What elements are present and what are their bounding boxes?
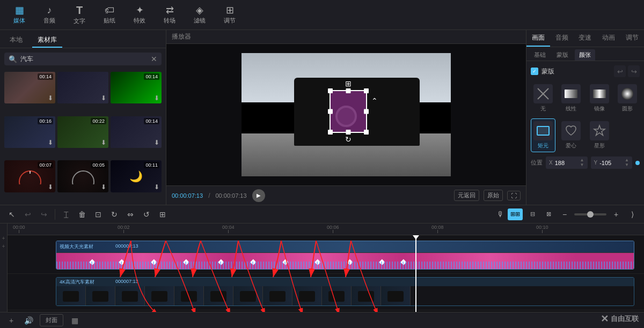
shape-heart[interactable]: 爱心: [559, 118, 583, 152]
tl-more-btn[interactable]: ⟩: [626, 208, 639, 221]
preview-right-controls: 元返回 原始 ⛶: [454, 190, 521, 201]
current-time: 00:00:07:13: [172, 192, 203, 199]
preview-video: ⊞ ⌃ ↻: [241, 53, 451, 176]
media-item[interactable]: 00:14 ⬇: [111, 116, 162, 148]
tl-btn-link[interactable]: ⊟: [526, 208, 539, 221]
svg-point-7: [621, 88, 633, 100]
loop-btn[interactable]: ↻: [108, 208, 121, 221]
split-btn[interactable]: ⌶: [60, 208, 72, 221]
x-spin-down[interactable]: ▼: [580, 163, 584, 167]
toolbar-item-transition[interactable]: ⇄ 转场: [156, 2, 184, 28]
toolbar-item-sticker[interactable]: 🏷 贴纸: [96, 2, 123, 28]
shape-linear[interactable]: 线性: [559, 81, 583, 115]
shape-grid: 无 线性: [531, 81, 640, 152]
grid-icon[interactable]: ▦: [69, 315, 80, 326]
sticker-icon: 🏷: [105, 5, 114, 15]
toolbar-item-media[interactable]: ▦ 媒体: [5, 2, 33, 28]
text-icon: T: [76, 5, 83, 16]
cover-button[interactable]: 封面: [40, 314, 63, 326]
media-item[interactable]: 🌙 00:11 ⬇: [111, 160, 162, 192]
watermark: ✕ 自由互联: [601, 313, 639, 325]
shape-rect[interactable]: 矩元: [531, 118, 555, 152]
mirror-btn[interactable]: ⇔: [124, 208, 137, 221]
toolbar-item-effect[interactable]: ✦ 特效: [126, 2, 153, 28]
svg-marker-10: [594, 125, 605, 136]
tl-btn-split2[interactable]: ⊠: [542, 208, 555, 221]
timeline-main: 00:00 00:02 00:04 00:06 00:08: [8, 223, 644, 312]
fullscreen-btn[interactable]: ⛶: [507, 191, 521, 200]
media-item[interactable]: 00:16 ⬇: [4, 116, 55, 148]
y-spin-down[interactable]: ▼: [625, 163, 629, 167]
y-field[interactable]: Y -105 ▲ ▼: [591, 156, 633, 169]
media-item[interactable]: 00:14 ⬇: [111, 72, 162, 103]
redo-btn[interactable]: ↪: [628, 65, 640, 77]
preview-area: ⊞ ⌃ ↻: [166, 44, 526, 185]
playback-btn[interactable]: 元返回: [454, 190, 479, 201]
subtab-mask[interactable]: 蒙版: [552, 49, 573, 61]
track-top: 视频大天光素材 000007:13: [8, 237, 644, 274]
media-icon: ▦: [15, 5, 24, 15]
rotate-btn[interactable]: ↺: [140, 208, 153, 221]
zoom-in-btn[interactable]: +: [610, 208, 623, 221]
shape-none[interactable]: 无: [531, 81, 555, 115]
subtab-basic[interactable]: 基础: [530, 49, 550, 61]
timeline-tracks: 视频大天光素材 000007:13: [8, 235, 644, 312]
zoom-out-btn[interactable]: −: [558, 208, 571, 221]
media-item[interactable]: 00:07 ⬇: [4, 160, 55, 192]
add-track-icon[interactable]: +: [5, 315, 17, 326]
shape-star[interactable]: 星形: [587, 118, 612, 152]
left-panel: 本地 素材库 🔍 ✕ 00:14 ⬇ ⬇ 00:14 ⬇: [0, 30, 166, 205]
checkbox-mask[interactable]: ✓: [531, 68, 538, 75]
toolbar-item-adjust[interactable]: ⊞ 调节: [216, 2, 244, 28]
tab-adjust[interactable]: 调节: [620, 30, 644, 47]
original-btn[interactable]: 原始: [484, 190, 503, 201]
tl-highlight-btn1[interactable]: ⊞⊞: [508, 208, 523, 220]
media-item[interactable]: 00:05 ⬇: [57, 160, 108, 192]
shape-mirror[interactable]: 镜像: [587, 81, 612, 115]
tab-animation[interactable]: 动画: [597, 30, 620, 47]
bottom-controls: + 🔊 封面 ▦ ✕ 自由互联: [0, 312, 644, 328]
delete-btn[interactable]: 🗑: [76, 208, 89, 221]
search-icon: 🔍: [9, 55, 17, 63]
tab-library[interactable]: 素材库: [32, 33, 62, 48]
right-panel: 画面 音频 变速 动画 调节 基础 蒙版 颜张 ✓ 蒙版 ↩ ↪: [526, 30, 644, 205]
watermark-symbol: ✕: [601, 313, 609, 325]
track-bottom: 4K高清汽车素材 000007:13: [8, 274, 644, 310]
shape-circle[interactable]: 圆形: [615, 81, 640, 115]
mic-icon[interactable]: 🎙: [497, 210, 504, 219]
keyframe-dot[interactable]: [635, 161, 640, 165]
audio-icon: ♪: [47, 5, 52, 15]
search-input[interactable]: [20, 55, 148, 63]
tab-speed[interactable]: 变速: [574, 30, 597, 47]
play-button[interactable]: ▶: [252, 189, 265, 202]
playhead[interactable]: [415, 235, 416, 312]
redo-btn[interactable]: ↪: [38, 208, 50, 221]
crop-btn[interactable]: ⊡: [92, 208, 105, 221]
zoom-slider[interactable]: [574, 213, 606, 215]
search-bar: 🔍 ✕: [4, 53, 162, 65]
undo-btn[interactable]: ↩: [21, 208, 34, 221]
media-grid: 00:14 ⬇ ⬇ 00:14 ⬇ 00:16 ⬇ 00:22 ⬇: [0, 70, 166, 205]
watermark-text: 自由互联: [611, 314, 639, 324]
audio-icon-bottom[interactable]: 🔊: [23, 315, 34, 326]
toolbar-item-filter[interactable]: ◈ 滤镜: [186, 2, 214, 28]
cursor-tool[interactable]: ↖: [5, 208, 18, 221]
preview-title: 播放器: [166, 30, 526, 44]
clear-search-icon[interactable]: ✕: [151, 55, 157, 63]
x-spin-up[interactable]: ▲: [580, 158, 584, 162]
position-label: 位置: [531, 159, 543, 167]
tab-local[interactable]: 本地: [4, 33, 28, 48]
filter-icon: ◈: [196, 5, 203, 15]
y-spin-up[interactable]: ▲: [625, 158, 629, 162]
tab-canvas[interactable]: 画面: [526, 30, 550, 47]
more-btn[interactable]: ⊞: [156, 208, 169, 221]
media-item[interactable]: 00:22 ⬇: [57, 116, 108, 148]
toolbar-item-audio[interactable]: ♪ 音频: [35, 2, 63, 28]
x-field[interactable]: X 188 ▲ ▼: [546, 156, 588, 169]
media-item[interactable]: 00:14 ⬇: [4, 72, 55, 103]
toolbar-item-text[interactable]: T 文字: [65, 2, 93, 28]
subtab-color[interactable]: 颜张: [575, 49, 595, 61]
tab-audio[interactable]: 音频: [550, 30, 574, 47]
undo-btn[interactable]: ↩: [614, 65, 626, 77]
media-item[interactable]: ⬇: [57, 72, 108, 103]
